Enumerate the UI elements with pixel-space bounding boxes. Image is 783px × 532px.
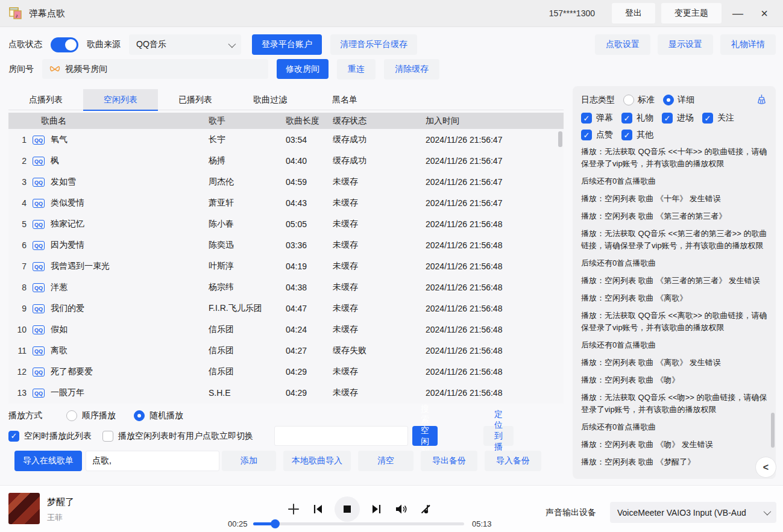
singer: 杨宗纬: [209, 282, 286, 293]
join-time: 2024/11/26 21:56:48: [426, 219, 564, 229]
qq-music-icon: QQ: [33, 389, 45, 398]
import-backup-button[interactable]: 导入备份: [485, 451, 541, 471]
log-filter-label: 进场: [677, 113, 694, 124]
now-playing-title: 梦醒了: [47, 496, 74, 508]
switch-on-request-checkbox[interactable]: ✓: [102, 431, 113, 442]
singer: 信乐团: [209, 324, 286, 335]
row-number: 8: [8, 283, 33, 292]
gift-details-button[interactable]: 礼物详情: [720, 34, 776, 55]
table-row[interactable]: 8 QQ 洋葱 杨宗纬 04:38 未缓存 2024/11/26 21:56:4…: [8, 277, 564, 298]
login-platform-button[interactable]: 登录平台账户: [252, 34, 322, 55]
log-filter-checkbox[interactable]: ✓: [621, 113, 632, 124]
log-filter-checkbox[interactable]: ✓: [662, 113, 673, 124]
tab[interactable]: 已播列表: [158, 89, 233, 110]
log-filter-checkbox[interactable]: ✓: [581, 130, 592, 140]
log-entry: 播放：空闲列表 歌曲 《第三者的第三者》 发生错误: [581, 275, 767, 287]
add-song-icon[interactable]: [281, 496, 306, 522]
table-row[interactable]: 3 QQ 发如雪 周杰伦 04:59 未缓存 2024/11/26 21:56:…: [8, 171, 564, 192]
singer: 叶斯淳: [209, 261, 286, 272]
table-row[interactable]: 7 QQ 我曾遇到一束光 叶斯淳 04:19 未缓存 2024/11/26 21…: [8, 255, 564, 277]
log-type-radio[interactable]: [623, 95, 634, 105]
clear-cache-button[interactable]: 清除缓存: [384, 59, 439, 80]
log-entry: 播放：无法获取 QQ音乐 <<离歌>> 的歌曲链接，请确保登录了vip账号，并有…: [581, 310, 767, 334]
song-name: 一眼万年: [51, 387, 209, 398]
chevron-down-icon: [764, 508, 772, 516]
export-backup-button[interactable]: 导出备份: [421, 451, 477, 471]
singer: 信乐团: [209, 366, 286, 377]
log-filter-checkbox[interactable]: ✓: [581, 113, 592, 124]
play-mode-radio[interactable]: [66, 410, 77, 421]
stop-icon[interactable]: [335, 496, 360, 522]
singer: F.I.R.飞儿乐团: [209, 303, 286, 314]
table-row[interactable]: 6 QQ 因为爱情 陈奕迅 03:36 未缓存 2024/11/26 21:56…: [8, 234, 564, 255]
app-logo-icon: ♪: [8, 6, 23, 20]
log-scrollbar[interactable]: [771, 413, 775, 448]
table-row[interactable]: 1 QQ 氧气 长宇 03:54 缓存成功 2024/11/26 21:56:4…: [8, 129, 564, 150]
tab[interactable]: 点播列表: [8, 89, 83, 110]
logout-button[interactable]: 登出: [612, 3, 655, 23]
room-input[interactable]: 视频号房间: [42, 59, 268, 79]
collapse-log-button[interactable]: <: [755, 457, 776, 478]
join-time: 2024/11/26 21:56:47: [426, 156, 564, 166]
locate-playing-button[interactable]: 定位到播放: [483, 426, 514, 446]
song-settings-button[interactable]: 点歌设置: [595, 34, 650, 55]
change-theme-button[interactable]: 变更主题: [661, 3, 722, 23]
table-row[interactable]: 5 QQ 独家记忆 陈小春 05:05 未缓存 2024/11/26 21:56…: [8, 213, 564, 234]
reconnect-button[interactable]: 重连: [337, 59, 376, 80]
next-track-icon[interactable]: [364, 496, 389, 522]
play-mode-radio[interactable]: [134, 410, 145, 421]
table-row[interactable]: 13 QQ 一眼万年 S.H.E 04:29 未缓存 2024/11/26 21…: [8, 382, 564, 403]
volume-icon[interactable]: [389, 496, 414, 522]
progress-slider[interactable]: [253, 522, 464, 525]
qq-music-icon: QQ: [33, 157, 45, 166]
clean-platform-cache-button[interactable]: 清理音乐平台缓存: [330, 34, 417, 55]
modify-room-button[interactable]: 修改房间: [277, 59, 329, 79]
log-entry: 播放：空闲列表 歌曲 《离歌》: [581, 292, 767, 304]
log-filter-checkbox[interactable]: ✓: [621, 130, 632, 140]
close-icon[interactable]: ×: [754, 3, 775, 23]
log-panel: 日志类型 标准 详细: [573, 86, 776, 479]
qq-music-icon: QQ: [33, 283, 45, 292]
duration: 04:19: [286, 261, 333, 271]
search-idle-button[interactable]: 搜索空闲列表: [412, 426, 438, 446]
duration: 03:36: [286, 240, 333, 250]
row-number: 5: [8, 219, 33, 229]
log-entry: 播放：空闲列表 歌曲 《吻》: [581, 374, 767, 386]
tab[interactable]: 黑名单: [307, 89, 382, 110]
previous-track-icon[interactable]: [305, 496, 330, 522]
display-settings-button[interactable]: 显示设置: [658, 34, 713, 55]
local-import-button[interactable]: 本地歌曲导入: [283, 451, 351, 471]
table-row[interactable]: 10 QQ 假如 信乐团 04:24 未缓存 2024/11/26 21:56:…: [8, 319, 564, 340]
progress-thumb[interactable]: [271, 519, 280, 528]
log-type-radio[interactable]: [663, 95, 674, 105]
chevron-left-icon: <: [763, 462, 769, 473]
log-type-option-label: 标准: [638, 95, 655, 105]
add-button[interactable]: 添加: [222, 451, 276, 471]
tab[interactable]: 空闲列表: [83, 89, 158, 110]
minimize-icon[interactable]: —: [728, 3, 748, 23]
table-row[interactable]: 9 QQ 我们的爱 F.I.R.飞儿乐团 04:47 未缓存 2024/11/2…: [8, 298, 564, 319]
log-filter-checkbox[interactable]: ✓: [702, 113, 713, 124]
tab[interactable]: 歌曲过滤: [233, 89, 307, 110]
room-label: 房间号: [8, 64, 34, 75]
source-select[interactable]: QQ音乐: [129, 34, 241, 55]
table-row[interactable]: 12 QQ 死了都要爱 信乐团 04:29 未缓存 2024/11/26 21:…: [8, 361, 564, 382]
request-prefix-input[interactable]: [86, 451, 219, 471]
search-idle-input[interactable]: [274, 426, 408, 446]
svg-text:♪: ♪: [16, 13, 19, 19]
cache-status: 缓存成功: [333, 134, 426, 145]
import-online-playlist-button[interactable]: 导入在线歌单: [14, 451, 82, 471]
col-song-name: 歌曲名: [33, 116, 209, 127]
join-time: 2024/11/26 21:56:48: [426, 346, 564, 355]
idle-play-checkbox[interactable]: ✓: [8, 431, 19, 442]
table-row[interactable]: 11 QQ 离歌 信乐团 04:27 缓存失败 2024/11/26 21:56…: [8, 340, 564, 361]
clear-list-button[interactable]: 清空: [358, 451, 414, 471]
music-off-icon[interactable]: [413, 496, 438, 522]
join-time: 2024/11/26 21:56:48: [426, 388, 564, 398]
table-scrollbar[interactable]: [558, 131, 562, 147]
table-row[interactable]: 2 QQ 枫 杨搏 04:40 缓存成功 2024/11/26 21:56:47: [8, 150, 564, 171]
status-toggle[interactable]: [51, 37, 78, 52]
audio-output-select[interactable]: VoiceMeeter VAIO3 Input (VB-Aud: [610, 502, 776, 523]
table-row[interactable]: 4 QQ 类似爱情 萧亚轩 04:43 未缓存 2024/11/26 21:56…: [8, 192, 564, 213]
clear-log-icon[interactable]: [756, 93, 767, 107]
